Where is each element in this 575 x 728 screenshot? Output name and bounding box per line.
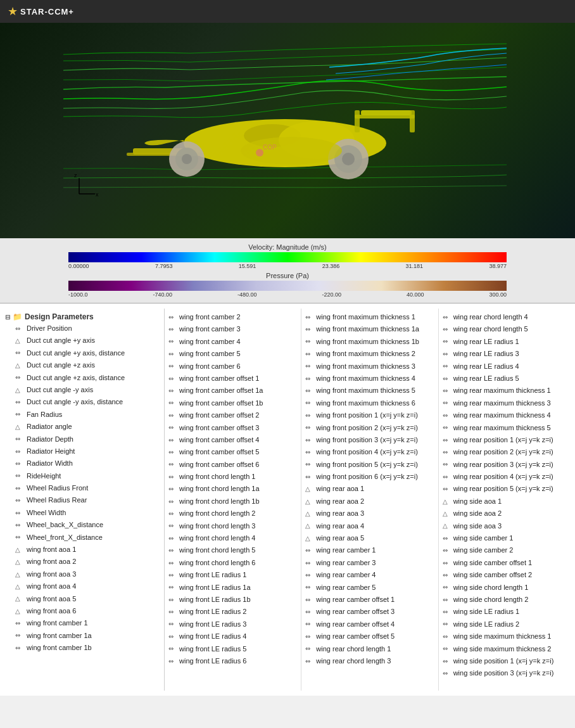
col-item[interactable]: ⇔wing side maximum thickness 2 — [439, 643, 575, 655]
col-item[interactable]: △wing side aoa 1 — [439, 495, 575, 508]
col-item[interactable]: ⇔wing front chord length 1 — [165, 471, 301, 483]
col-item[interactable]: ⇔wing rear LE radius 5 — [439, 373, 575, 385]
col-item[interactable]: ⇔wing front camber offset 1a — [165, 385, 301, 397]
col-item[interactable]: ⇔wing side LE radius 2 — [439, 618, 575, 630]
col-item[interactable]: ⇔wing front maximum thickness 1 — [301, 311, 438, 323]
col-item[interactable]: ⇔wing rear maximum thickness 3 — [439, 397, 575, 409]
tree-item[interactable]: △wing front aoa 5 — [0, 593, 164, 605]
col-item[interactable]: ⇔wing front camber offset 4 — [165, 434, 301, 446]
col-item[interactable]: ⇔wing front position 3 (x=j y=k z=i) — [301, 434, 438, 446]
col-item[interactable]: ⇔wing rear chord length 3 — [301, 655, 438, 667]
col-item[interactable]: ⇔wing front maximum thickness 4 — [301, 373, 438, 385]
col-item[interactable]: ⇔wing front camber offset 3 — [165, 422, 301, 434]
col-item[interactable]: ⇔wing front camber offset 2 — [165, 409, 301, 421]
col-item[interactable]: ⇔wing front chord length 2 — [165, 508, 301, 520]
tree-item[interactable]: ⇔Wheel Width — [0, 507, 164, 519]
tree-expand-icon[interactable]: ⊟ — [5, 314, 10, 321]
col-item[interactable]: ⇔wing front chord length 5 — [165, 544, 301, 556]
col-item[interactable]: ⇔wing front LE radius 2 — [165, 606, 301, 618]
tree-item[interactable]: △Duct cut angle -y axis — [0, 384, 164, 396]
col-item[interactable]: ⇔wing rear camber 4 — [301, 569, 438, 581]
col-item[interactable]: ⇔wing rear maximum thickness 4 — [439, 409, 575, 421]
col-item[interactable]: ⇔wing front chord length 6 — [165, 557, 301, 569]
col-item[interactable]: ⇔wing rear position 2 (x=j y=k z=i) — [439, 446, 575, 458]
col-item[interactable]: ⇔wing front position 1 (x=j y=k z=i) — [301, 409, 438, 421]
col-item[interactable]: ⇔wing front maximum thickness 3 — [301, 361, 438, 373]
col-item[interactable]: ⇔wing rear camber 5 — [301, 582, 438, 594]
col-item[interactable]: ⇔wing front LE radius 1b — [165, 594, 301, 606]
tree-item[interactable]: ⇔Fan Radius — [0, 409, 164, 421]
col-item[interactable]: ⇔wing front position 5 (x=j y=k z=i) — [301, 459, 438, 471]
tree-item[interactable]: △Duct cut angle +y axis — [0, 335, 164, 347]
col-item[interactable]: ⇔wing rear maximum thickness 1 — [439, 385, 575, 397]
tree-item[interactable]: ⇔wing front camber 1a — [0, 630, 164, 642]
tree-item[interactable]: ⇔Wheel_back_X_distance — [0, 519, 164, 531]
tree-item[interactable]: ⇔Duct cut angle -y axis, distance — [0, 396, 164, 408]
col-item[interactable]: ⇔wing front maximum thickness 5 — [301, 385, 438, 397]
col-item[interactable]: ⇔wing front camber offset 5 — [165, 446, 301, 458]
tree-item[interactable]: △wing front aoa 1 — [0, 544, 164, 556]
col-item[interactable]: △wing rear aoa 1 — [301, 483, 438, 495]
col-item[interactable]: ⇔wing side camber 2 — [439, 544, 575, 556]
col-item[interactable]: △wing rear aoa 4 — [301, 520, 438, 532]
col-item[interactable]: ⇔wing front maximum thickness 1a — [301, 323, 438, 335]
col-item[interactable]: ⇔wing front LE radius 1a — [165, 582, 301, 594]
tree-item[interactable]: △wing front aoa 3 — [0, 568, 164, 580]
col-item[interactable]: ⇔wing front camber 4 — [165, 336, 301, 348]
col-item[interactable]: ⇔wing front LE radius 3 — [165, 618, 301, 630]
col-item[interactable]: △wing side aoa 2 — [439, 508, 575, 520]
col-item[interactable]: ⇔wing rear LE radius 4 — [439, 361, 575, 373]
col-item[interactable]: ⇔wing front position 2 (x=j y=k z=i) — [301, 422, 438, 434]
tree-item[interactable]: ⇔wing front camber 1 — [0, 617, 164, 629]
col-item[interactable]: ⇔wing front camber offset 1b — [165, 397, 301, 409]
col-item[interactable]: ⇔wing front camber offset 1 — [165, 373, 301, 385]
col-item[interactable]: ⇔wing rear camber offset 5 — [301, 630, 438, 642]
tree-item[interactable]: ⇔Radiator Depth — [0, 433, 164, 445]
tree-item[interactable]: △Duct cut angle +z axis — [0, 359, 164, 371]
col-item[interactable]: △wing side aoa 3 — [439, 520, 575, 532]
col-item[interactable]: ⇔wing front position 6 (x=j y=k z=i) — [301, 471, 438, 483]
tree-item[interactable]: △Radiator angle — [0, 421, 164, 433]
col-item[interactable]: ⇔wing rear LE radius 3 — [439, 348, 575, 360]
col-item[interactable]: ⇔wing rear chord length 4 — [439, 311, 575, 323]
col-item[interactable]: ⇔wing front camber 3 — [165, 323, 301, 335]
tree-item[interactable]: ⇔Duct cut angle +z axis, distance — [0, 372, 164, 384]
col-item[interactable]: ⇔wing rear position 5 (x=j y=k z=i) — [439, 483, 575, 495]
tree-item[interactable]: ⇔wing front camber 1b — [0, 642, 164, 654]
col-item[interactable]: ⇔wing front maximum thickness 2 — [301, 348, 438, 360]
tree-item[interactable]: ⇔Driver Position — [0, 322, 164, 335]
col-item[interactable]: ⇔wing side camber offset 1 — [439, 557, 575, 569]
tree-item[interactable]: ⇔Wheel Radius Rear — [0, 494, 164, 506]
col-item[interactable]: ⇔wing front chord length 3 — [165, 520, 301, 532]
tree-item[interactable]: ⇔Wheel Radius Front — [0, 482, 164, 494]
col-item[interactable]: ⇔wing side maximum thickness 1 — [439, 630, 575, 642]
tree-item[interactable]: △wing front aoa 4 — [0, 580, 164, 592]
col-item[interactable]: ⇔wing rear position 3 (x=j y=k z=i) — [439, 459, 575, 471]
col-item[interactable]: ⇔wing front maximum thickness 1b — [301, 336, 438, 348]
col-item[interactable]: ⇔wing front camber 5 — [165, 348, 301, 360]
col-item[interactable]: △wing rear aoa 3 — [301, 508, 438, 520]
col-item[interactable]: ⇔wing rear camber offset 1 — [301, 594, 438, 606]
tree-item[interactable]: ⇔RideHeight — [0, 470, 164, 482]
col-item[interactable]: △wing rear aoa 5 — [301, 532, 438, 544]
tree-item[interactable]: △wing front aoa 2 — [0, 556, 164, 568]
col-item[interactable]: ⇔wing side position 3 (x=j y=k z=i) — [439, 667, 575, 679]
col-item[interactable]: ⇔wing front LE radius 5 — [165, 643, 301, 655]
col-item[interactable]: ⇔wing side camber 1 — [439, 532, 575, 544]
col-item[interactable]: ⇔wing side chord length 2 — [439, 594, 575, 606]
col-item[interactable]: ⇔wing side camber offset 2 — [439, 569, 575, 581]
col-item[interactable]: ⇔wing front position 4 (x=j y=k z=i) — [301, 446, 438, 458]
col-item[interactable]: ⇔wing rear chord length 5 — [439, 323, 575, 335]
tree-item[interactable]: ⇔Radiator Width — [0, 457, 164, 469]
tree-item[interactable]: ⇔Radiator Height — [0, 445, 164, 457]
col-item[interactable]: ⇔wing rear camber offset 3 — [301, 606, 438, 618]
col-item[interactable]: ⇔wing rear camber 3 — [301, 557, 438, 569]
col-item[interactable]: ⇔wing front camber 2 — [165, 311, 301, 323]
col-item[interactable]: △wing rear aoa 2 — [301, 495, 438, 508]
col-item[interactable]: ⇔wing rear LE radius 1 — [439, 336, 575, 348]
col-item[interactable]: ⇔wing front camber offset 6 — [165, 459, 301, 471]
col-item[interactable]: ⇔wing front maximum thickness 6 — [301, 397, 438, 409]
col-item[interactable]: ⇔wing front LE radius 4 — [165, 630, 301, 642]
col-item[interactable]: ⇔wing front LE radius 1 — [165, 569, 301, 581]
col-item[interactable]: ⇔wing side chord length 1 — [439, 582, 575, 594]
